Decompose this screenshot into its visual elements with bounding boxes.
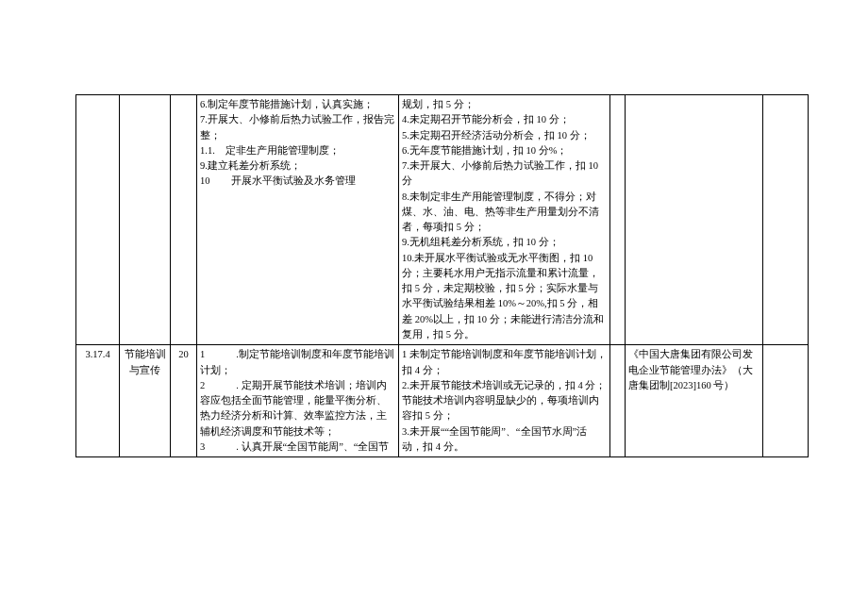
cell-index: 3.17.4 xyxy=(76,345,120,457)
cell-criteria: 1 未制定节能培训制度和年度节能培训计划，扣 4 分；2.未开展节能技术培训或无… xyxy=(399,345,610,457)
cell-item-name: 节能培训与宣传 xyxy=(120,345,171,457)
table-row: 6.制定年度节能措施计划，认真实施；7.开展大、小修前后热力试验工作，报告完整；… xyxy=(76,95,809,345)
cell-blank-b xyxy=(763,95,809,345)
cell-requirement: 6.制定年度节能措施计划，认真实施；7.开展大、小修前后热力试验工作，报告完整；… xyxy=(197,95,399,345)
cell-index xyxy=(76,95,120,345)
cell-score: 20 xyxy=(171,345,197,457)
cell-criteria: 规划，扣 5 分；4.未定期召开节能分析会，扣 10 分；5.未定期召开经济活动… xyxy=(399,95,610,345)
cell-blank-a xyxy=(610,95,626,345)
standards-table: 6.制定年度节能措施计划，认真实施；7.开展大、小修前后热力试验工作，报告完整；… xyxy=(75,94,809,457)
table-row: 3.17.4 节能培训与宣传 20 1 .制定节能培训制度和年度节能培训计划；2… xyxy=(76,345,809,457)
cell-blank-a xyxy=(610,345,626,457)
cell-score xyxy=(171,95,197,345)
cell-requirement: 1 .制定节能培训制度和年度节能培训计划；2 . 定期开展节能技术培训；培训内容… xyxy=(197,345,399,457)
cell-blank-b xyxy=(763,345,809,457)
document-page: 6.制定年度节能措施计划，认真实施；7.开展大、小修前后热力试验工作，报告完整；… xyxy=(0,0,868,457)
cell-item-name xyxy=(120,95,171,345)
cell-reference xyxy=(626,95,763,345)
cell-reference: 《中国大唐集团有限公司发电企业节能管理办法》（大唐集团制[2023]160 号） xyxy=(626,345,763,457)
